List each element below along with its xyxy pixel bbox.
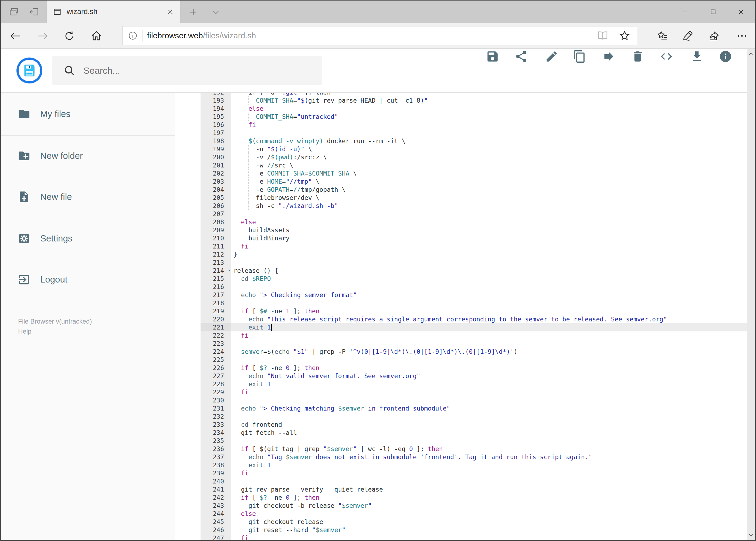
code-line-234[interactable]: 234 git fetch --all — [200, 429, 747, 437]
code-line-text[interactable]: echo "> Checking semver format" — [231, 291, 747, 299]
code-line-text[interactable] — [231, 339, 747, 347]
code-line-192[interactable]: 192 if [ -d ".git" ]; then — [200, 93, 747, 96]
refresh-button[interactable] — [63, 29, 76, 42]
code-line-241[interactable]: 241 git rev-parse --verify --quiet relea… — [200, 485, 747, 493]
code-line-210[interactable]: 210 buildBinary — [200, 234, 747, 242]
code-line-text[interactable]: git rev-parse --verify --quiet release — [231, 485, 747, 493]
code-line-text[interactable]: exit 1 — [231, 323, 747, 331]
code-line-219[interactable]: 219 if [ $# -ne 1 ]; then — [200, 307, 747, 315]
edit-button[interactable] — [544, 49, 559, 64]
code-line-text[interactable] — [231, 210, 747, 218]
code-line-text[interactable]: exit 1 — [231, 461, 747, 469]
code-line-text[interactable]: fi — [231, 388, 747, 396]
code-line-text[interactable] — [231, 396, 747, 404]
code-line-text[interactable]: if [ $? -ne 0 ]; then — [231, 493, 747, 502]
code-line-200[interactable]: 200 -v /$(pwd):/src:z \ — [200, 153, 747, 161]
code-line-text[interactable] — [231, 129, 747, 137]
code-line-220[interactable]: 220 echo "This release script requires a… — [200, 315, 747, 323]
code-line-text[interactable] — [231, 283, 747, 291]
code-line-text[interactable]: semver=$(echo "$1" | grep -P '^v(0|[1-9]… — [231, 347, 747, 356]
new-tab-button[interactable] — [186, 5, 200, 19]
code-line-232[interactable]: 232 — [200, 412, 747, 420]
code-line-text[interactable]: -u "$(id -u)" \ — [231, 145, 747, 153]
code-line-221[interactable]: 221 exit 1 — [200, 323, 747, 331]
code-line-text[interactable]: filebrowser/dev \ — [231, 194, 747, 202]
info-button[interactable] — [718, 49, 733, 64]
raw-code-button[interactable] — [659, 49, 674, 64]
code-line-text[interactable]: cd $REPO — [231, 275, 747, 283]
code-line-201[interactable]: 201 -w //src \ — [200, 161, 747, 169]
code-line-197[interactable]: 197 — [200, 129, 747, 137]
code-line-text[interactable]: fi — [231, 121, 747, 129]
code-line-text[interactable]: release () { — [231, 267, 747, 275]
search-bar[interactable]: Search... — [52, 56, 322, 85]
sidebar-item-new-file[interactable]: New file — [1, 188, 175, 206]
share-page-button[interactable] — [708, 29, 721, 42]
code-line-text[interactable]: git reset --hard "$semver" — [231, 526, 747, 534]
site-info-icon[interactable] — [128, 31, 137, 41]
minimize-button[interactable] — [671, 1, 699, 23]
save-button[interactable] — [485, 49, 500, 64]
code-line-text[interactable]: if [ -d ".git" ]; then — [231, 93, 747, 96]
code-line-text[interactable]: git fetch --all — [231, 429, 747, 437]
help-link[interactable]: Help — [18, 326, 92, 336]
settings-more-button[interactable] — [735, 29, 748, 42]
fold-arrow-icon[interactable]: ▾ — [228, 266, 230, 274]
forward-button[interactable] — [36, 29, 49, 42]
scroll-down-button[interactable] — [747, 529, 755, 540]
code-editor[interactable]: 192 if [ -d ".git" ]; then193 COMMIT_SHA… — [175, 93, 747, 540]
code-line-text[interactable] — [231, 412, 747, 420]
set-tabs-aside-button[interactable] — [27, 4, 42, 19]
code-line-233[interactable]: 233 cd frontend — [200, 420, 747, 429]
code-line-text[interactable]: echo "This release script requires a sin… — [231, 315, 747, 323]
move-button[interactable] — [601, 49, 617, 64]
code-line-text[interactable]: -e HOME="//tmp" \ — [231, 178, 747, 186]
code-line-text[interactable]: } — [231, 251, 747, 259]
favorites-hub-button[interactable] — [656, 29, 669, 42]
code-line-239[interactable]: 239 fi — [200, 469, 747, 477]
sidebar-item-new-folder[interactable]: New folder — [1, 146, 175, 165]
code-line-245[interactable]: 245 git checkout release — [200, 518, 747, 526]
code-line-226[interactable]: 226 if [ $? -ne 0 ]; then — [200, 364, 747, 372]
code-line-text[interactable]: cd frontend — [231, 420, 747, 429]
code-line-212[interactable]: 212} — [200, 251, 747, 259]
code-line-207[interactable]: 207 — [200, 210, 747, 218]
code-line-text[interactable]: exit 1 — [231, 380, 747, 388]
code-line-text[interactable] — [231, 259, 747, 267]
code-line-196[interactable]: 196 fi — [200, 121, 747, 129]
code-line-225[interactable]: 225 — [200, 356, 747, 364]
code-line-235[interactable]: 235 — [200, 437, 747, 445]
code-line-202[interactable]: 202 -e COMMIT_SHA=$COMMIT_SHA \ — [200, 169, 747, 178]
code-line-text[interactable]: else — [231, 510, 747, 518]
code-line-text[interactable]: -w //src \ — [231, 161, 747, 169]
code-line-224[interactable]: 224 semver=$(echo "$1" | grep -P '^v(0|[… — [200, 347, 747, 356]
code-line-238[interactable]: 238 exit 1 — [200, 461, 747, 469]
code-line-text[interactable] — [231, 356, 747, 364]
code-line-244[interactable]: 244 else — [200, 510, 747, 518]
code-line-198[interactable]: 198 $(command -v winpty) docker run --rm… — [200, 137, 747, 145]
code-line-text[interactable]: else — [231, 218, 747, 226]
tab-list-dropdown-button[interactable] — [209, 5, 223, 19]
code-line-text[interactable]: buildAssets — [231, 226, 747, 234]
code-line-203[interactable]: 203 -e HOME="//tmp" \ — [200, 178, 747, 186]
code-line-text[interactable]: -v /$(pwd):/src:z \ — [231, 153, 747, 161]
code-line-199[interactable]: 199 -u "$(id -u)" \ — [200, 145, 747, 153]
code-line-236[interactable]: 236 if [ $(git tag | grep "$semver" | wc… — [200, 445, 747, 453]
home-button[interactable] — [90, 29, 103, 42]
browser-tab[interactable]: wizard.sh — [47, 1, 180, 23]
reading-view-icon[interactable] — [597, 30, 609, 41]
code-line-text[interactable]: if [ $(git tag | grep "$semver" | wc -l)… — [231, 445, 747, 453]
code-line-240[interactable]: 240 — [200, 477, 747, 485]
code-line-209[interactable]: 209 buildAssets — [200, 226, 747, 234]
code-line-218[interactable]: 218 — [200, 299, 747, 307]
url-text[interactable]: filebrowser.web/files/wizard.sh — [147, 31, 597, 40]
share-button[interactable] — [514, 49, 529, 64]
url-bar[interactable]: filebrowser.web/files/wizard.sh — [122, 26, 637, 45]
tab-preview-button[interactable] — [6, 4, 21, 19]
filebrowser-logo[interactable] — [16, 58, 42, 84]
code-line-text[interactable]: COMMIT_SHA="untracked" — [231, 113, 747, 121]
code-line-231[interactable]: 231 echo "> Checking matching $semver in… — [200, 404, 747, 412]
code-line-text[interactable]: -e GOPATH=//tmp/gopath \ — [231, 186, 747, 194]
code-line-193[interactable]: 193 COMMIT_SHA="$(git rev-parse HEAD | c… — [200, 96, 747, 105]
code-line-text[interactable]: if [ $? -ne 0 ]; then — [231, 364, 747, 372]
